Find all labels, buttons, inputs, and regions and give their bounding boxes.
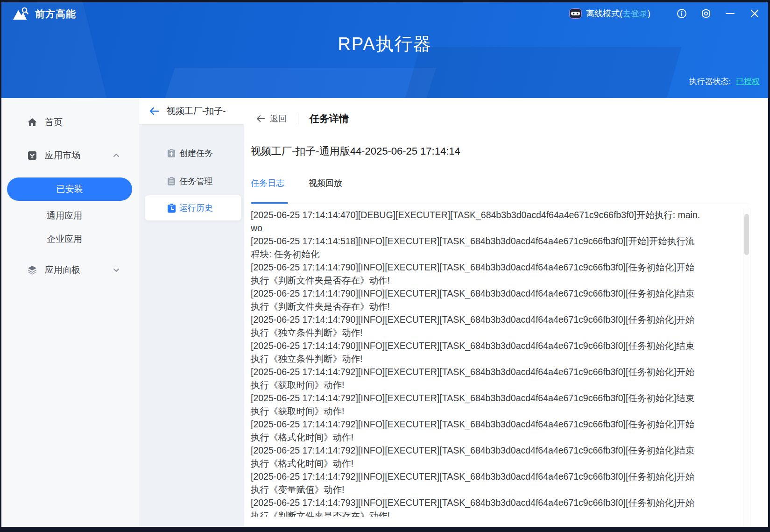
- log-line: [2025-06-25 17:14:14:792][INFO][EXECUTER…: [251, 418, 702, 444]
- log-line: [2025-06-25 17:14:14:792][INFO][EXECUTER…: [251, 391, 702, 418]
- sidebar-item-app-panel[interactable]: 应用面板: [1, 260, 139, 280]
- page-title: RPA执行器: [1, 32, 768, 56]
- sidebar-item-app-market[interactable]: 应用市场: [1, 145, 139, 166]
- task-log: [2025-06-25 17:14:14:470][DEBUG][EXECUTE…: [251, 208, 702, 517]
- content-header: 返回 任务详情: [256, 112, 349, 125]
- layers-icon: [27, 265, 37, 275]
- sidebar-item-label: 已安装: [57, 183, 83, 195]
- robot-avatar-icon: [569, 8, 582, 19]
- content-area: 返回 任务详情 视频工厂-扣子-通用版44-2025-06-25 17:14:1…: [244, 98, 768, 527]
- main-area: 首页 应用市场 已安装: [1, 98, 768, 527]
- offline-mode: 离线模式(去登录): [569, 8, 650, 19]
- task-manage-icon: [167, 177, 176, 186]
- task-title: 视频工厂-扣子-通用版44-2025-06-25 17:14:14: [251, 144, 460, 158]
- back-arrow-icon[interactable]: [148, 106, 160, 116]
- sidebar-item-installed[interactable]: 已安装: [7, 177, 132, 201]
- panel-item-run-history[interactable]: 运行历史: [145, 195, 241, 220]
- log-line: [2025-06-25 17:14:14:790][INFO][EXECUTER…: [251, 261, 702, 287]
- log-line: [2025-06-25 17:14:14:470][DEBUG][EXECUTE…: [251, 208, 702, 234]
- app-panel: 视频工厂-扣子- 创建任务: [139, 98, 244, 527]
- sidebar-item-label: 应用面板: [45, 264, 80, 276]
- status-label: 执行器状态:: [689, 77, 731, 86]
- tab-video-replay[interactable]: 视频回放: [309, 177, 342, 193]
- app-market-icon: [27, 150, 37, 161]
- panel-item-label: 任务管理: [179, 176, 213, 187]
- gear-icon: [700, 8, 712, 19]
- panel-item-task-manage[interactable]: 任务管理: [139, 171, 244, 192]
- log-line: [2025-06-25 17:14:14:792][INFO][EXECUTER…: [251, 470, 702, 496]
- window-controls: 离线模式(去登录): [569, 7, 761, 20]
- info-button[interactable]: [676, 7, 688, 20]
- brand: 前方高能: [12, 6, 76, 22]
- chevron-down-icon: [113, 266, 120, 274]
- log-line: [2025-06-25 17:14:14:790][INFO][EXECUTER…: [251, 339, 702, 365]
- sidebar-item-general-apps[interactable]: 通用应用: [47, 206, 82, 226]
- panel-title: 视频工厂-扣子-: [167, 105, 226, 117]
- executor-status: 执行器状态: 已授权: [689, 76, 760, 87]
- app-name: 前方高能: [35, 7, 76, 21]
- header-divider: [298, 113, 298, 124]
- panel-item-create-task[interactable]: 创建任务: [139, 143, 244, 163]
- info-icon: [676, 8, 687, 19]
- log-line: [2025-06-25 17:14:14:792][INFO][EXECUTER…: [251, 365, 702, 391]
- log-line: [2025-06-25 17:14:14:792][INFO][EXECUTER…: [251, 444, 702, 470]
- chevron-up-icon: [113, 152, 120, 159]
- authorized-link[interactable]: 已授权: [736, 77, 760, 86]
- app-logo-icon: [12, 6, 29, 22]
- panel-header: 视频工厂-扣子-: [139, 98, 244, 125]
- login-link[interactable]: 去登录: [622, 9, 648, 18]
- create-task-icon: [167, 149, 176, 158]
- sidebar-item-label: 企业应用: [47, 233, 82, 245]
- offline-label: 离线模式(去登录): [586, 8, 650, 19]
- minimize-button[interactable]: [724, 7, 736, 20]
- tab-bar: 任务日志 视频回放: [251, 177, 342, 193]
- minimize-icon: [725, 8, 735, 19]
- panel-item-label: 创建任务: [179, 148, 213, 159]
- run-history-icon: [167, 203, 176, 213]
- app-window: 前方高能 离线模式(去登录): [1, 2, 768, 527]
- sidebar-item-home[interactable]: 首页: [1, 112, 139, 133]
- log-line: [2025-06-25 17:14:14:518][INFO][EXECUTER…: [251, 234, 702, 261]
- detail-title: 任务详情: [310, 112, 349, 125]
- settings-button[interactable]: [700, 7, 712, 20]
- scrollbar-thumb[interactable]: [744, 214, 749, 255]
- sidebar-item-label: 通用应用: [47, 210, 82, 222]
- back-button[interactable]: 返回: [256, 113, 287, 124]
- back-arrow-icon: [256, 114, 266, 123]
- title-bar: 前方高能 离线模式(去登录): [1, 2, 768, 26]
- close-icon: [749, 8, 760, 19]
- home-icon: [27, 117, 37, 128]
- header-decor: [164, 68, 437, 98]
- sidebar-item-label: 应用市场: [45, 149, 80, 162]
- log-scrollbar[interactable]: [743, 208, 750, 527]
- sidebar-item-label: 首页: [45, 116, 63, 128]
- tab-task-log[interactable]: 任务日志: [251, 177, 284, 193]
- sidebar-item-enterprise-apps[interactable]: 企业应用: [47, 229, 82, 249]
- log-line: [2025-06-25 17:14:14:790][INFO][EXECUTER…: [251, 287, 702, 313]
- log-line: [2025-06-25 17:14:14:790][INFO][EXECUTER…: [251, 313, 702, 339]
- app-header: 前方高能 离线模式(去登录): [1, 2, 768, 98]
- tab-divider: [251, 204, 749, 204]
- panel-item-label: 运行历史: [179, 202, 213, 213]
- log-line: [2025-06-25 17:14:14:793][INFO][EXECUTER…: [251, 496, 702, 517]
- close-button[interactable]: [749, 7, 761, 20]
- back-label: 返回: [270, 113, 287, 124]
- sidebar: 首页 应用市场 已安装: [1, 98, 139, 527]
